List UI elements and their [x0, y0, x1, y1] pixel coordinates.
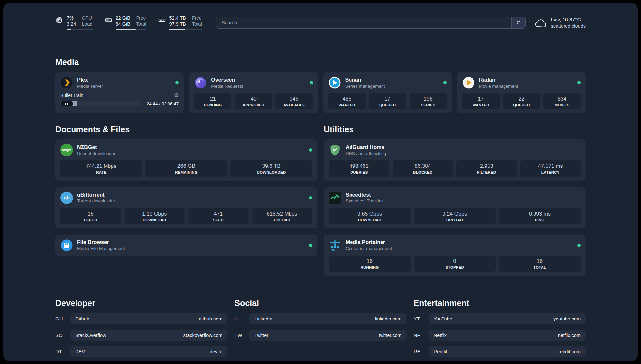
service-card-radarr[interactable]: Radarr Movie management 17 WANTED 22 QUE… — [457, 72, 586, 113]
bookmark-link-dev[interactable]: DEV dev.to — [70, 346, 227, 357]
bookmark-row: LI LinkedIn linkedin.com — [234, 313, 406, 324]
stat-label: STOPPED — [415, 265, 494, 269]
stat-label: RUNNING — [330, 265, 409, 269]
service-card-speedtest[interactable]: Speedtest Speedtest Tracking 9.65 Gbps D… — [324, 187, 586, 228]
stat-label: UPLOAD — [415, 218, 494, 222]
topbar-divider — [55, 38, 586, 38]
stat-tile: 86,384 BLOCKED — [393, 160, 453, 176]
service-card-sonarr[interactable]: Sonarr Series management 485 WANTED 17 Q… — [323, 72, 452, 113]
stat-label: LEECH — [62, 218, 120, 222]
stat-tile: 471 SEED — [188, 208, 249, 224]
stat-label: PENDING — [196, 103, 230, 107]
stat-label: AVAILABLE — [277, 103, 311, 107]
status-dot — [310, 81, 313, 84]
search-input[interactable] — [216, 17, 526, 29]
stat-tile: 2,953 FILTERED — [456, 160, 517, 176]
stat-tile: 40 APPROVED — [235, 93, 272, 109]
service-desc: Container management — [346, 246, 573, 251]
stat-tile: 485 WANTED — [328, 93, 366, 109]
bookmark-link-linkedin[interactable]: LinkedIn linkedin.com — [249, 313, 406, 324]
stat-label: TOTAL — [500, 265, 579, 269]
bookmark-name: Reddit — [434, 349, 447, 354]
stat-tile: 834 MOVIES — [543, 93, 581, 109]
stat-tile: 47.571 ms LATENCY — [520, 160, 581, 176]
cpu-percent: 7% — [67, 15, 76, 21]
bookmark-row: YT YouTube youtube.com — [414, 313, 586, 324]
stat-label: QUEUED — [370, 103, 405, 107]
sonarr-icon — [328, 76, 341, 89]
stat-value: 1.19 Gbps — [126, 211, 184, 217]
radarr-icon — [462, 76, 475, 89]
status-dot — [175, 81, 179, 84]
service-desc: Torrent downloader — [77, 198, 305, 204]
service-card-portainer[interactable]: Media Portainer Container management 16 … — [324, 235, 586, 276]
bookmark-url: netflix.com — [558, 333, 581, 338]
section-media: Media Plex Media server Bullet Train ⚙ — [55, 57, 586, 113]
portainer-icon — [329, 239, 341, 252]
bookmark-link-netflix[interactable]: Netflix netflix.com — [429, 330, 586, 341]
bookmark-abbr: TW — [234, 332, 245, 338]
stat-tile: 498,461 QUERIES — [329, 160, 389, 176]
stat-tile: 1.19 Gbps DOWNLOAD — [124, 208, 185, 224]
filebrowser-icon — [60, 239, 73, 252]
stat-tile: 22 QUEUED — [503, 93, 540, 109]
bookmark-link-github[interactable]: Github github.com — [70, 313, 227, 324]
playback-progress — [60, 101, 142, 106]
memory-icon — [105, 16, 112, 24]
memory-total-value: 64 GiB — [116, 21, 130, 27]
service-name: qBittorrent — [77, 192, 305, 198]
service-desc: Media server — [77, 84, 171, 89]
section-title-media: Media — [55, 57, 586, 67]
bookmark-url: youtube.com — [553, 316, 581, 321]
bookmark-name: StackOverflow — [75, 333, 106, 338]
service-name: Overseerr — [211, 77, 305, 83]
stat-label: MOVIES — [545, 103, 579, 107]
bookmark-abbr: SO — [55, 332, 66, 338]
stat-label: FILTERED — [458, 170, 516, 174]
bookmark-link-youtube[interactable]: YouTube youtube.com — [429, 313, 586, 324]
stat-value: 22 — [504, 96, 539, 102]
disk-icon — [158, 16, 166, 24]
speedtest-icon — [329, 192, 341, 204]
section-bookmarks: Developer GH Github github.com SO StackO… — [55, 298, 586, 361]
stat-label: QUERIES — [330, 170, 388, 174]
bookmark-group-developer: Developer GH Github github.com SO StackO… — [55, 298, 227, 361]
weather-widget: Lviv, 16.87°C scattered clouds — [535, 17, 586, 29]
bookmark-abbr: YT — [414, 316, 424, 321]
cpu-icon — [55, 16, 63, 24]
stat-tile: 9.65 Gbps DOWNLOAD — [329, 208, 411, 224]
bookmark-group-entertainment: Entertainment YT YouTube youtube.com NF … — [414, 298, 586, 361]
stat-tile: 744.21 Mbps RATE — [60, 160, 142, 176]
section-title-social: Social — [234, 298, 406, 308]
service-card-plex[interactable]: Plex Media server Bullet Train ⚙ 24:44 /… — [55, 72, 184, 113]
bookmark-link-stackoverflow[interactable]: StackOverflow stackoverflow.com — [70, 330, 227, 341]
stat-value: 16 — [62, 211, 120, 217]
section-title-developer: Developer — [55, 298, 227, 308]
bookmark-link-reddit[interactable]: Reddit reddit.com — [429, 346, 586, 357]
stat-label: PING — [500, 218, 579, 222]
pause-button[interactable] — [60, 101, 73, 106]
cpu-meter — [67, 29, 93, 30]
service-card-overseerr[interactable]: Overseerr Media Requests 21 PENDING 40 A… — [189, 72, 318, 113]
service-card-adguard[interactable]: AdGuard Home DNS and adblocking 498,461 … — [324, 139, 586, 181]
service-card-qbittorrent[interactable]: qb qBittorrent Torrent downloader 16 LEE… — [55, 187, 317, 228]
stat-label: DOWNLOAD — [330, 218, 409, 222]
bookmark-name: LinkedIn — [254, 316, 272, 321]
settings-gear-icon[interactable]: ⚙ — [174, 93, 179, 98]
search-bar: G — [216, 17, 526, 29]
section-middle: Documents & Files nzbget NZBGet Usenet d… — [55, 125, 586, 276]
search-provider-button[interactable]: G — [511, 17, 525, 28]
service-card-nzbget[interactable]: nzbget NZBGet Usenet downloader 744.21 M… — [55, 139, 317, 181]
stat-label: SEED — [189, 218, 247, 222]
bookmark-link-twitter[interactable]: Twitter twitter.com — [249, 330, 406, 341]
service-card-filebrowser[interactable]: File Browser Media File Management — [55, 235, 317, 256]
bookmark-abbr: NF — [414, 332, 424, 338]
stat-tile: 17 WANTED — [462, 93, 500, 109]
stat-tile: 9.24 Gbps UPLOAD — [414, 208, 496, 224]
memory-free-label: Free — [136, 15, 146, 21]
stat-label: DOWNLOADED — [232, 170, 311, 174]
status-dot — [309, 196, 312, 199]
stat-tile: 0.993 ms PING — [499, 208, 581, 224]
weather-location: Lviv, 16.87°C — [551, 17, 586, 23]
overseerr-icon — [194, 76, 207, 89]
